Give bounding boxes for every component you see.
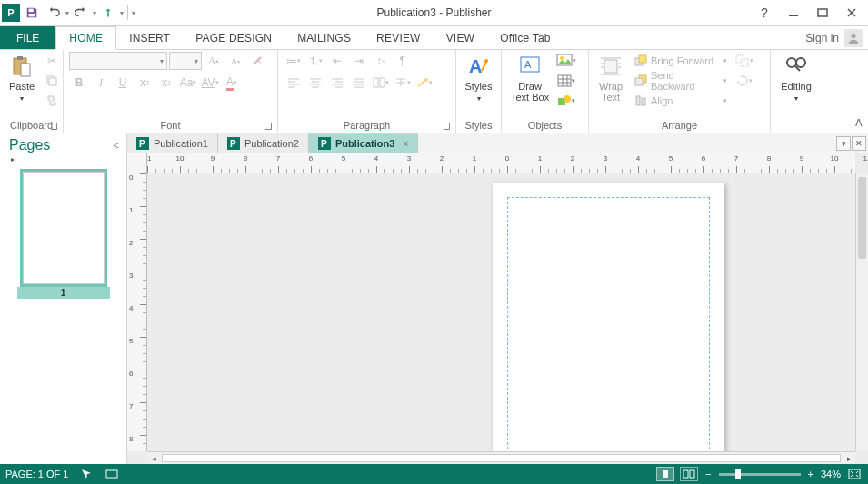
bring-forward-icon xyxy=(634,54,647,67)
svg-rect-43 xyxy=(683,470,688,478)
ruler-tick: 11 xyxy=(863,154,868,163)
maximize-icon[interactable] xyxy=(812,3,833,23)
undo-dropdown-icon[interactable]: ▾ xyxy=(65,9,69,17)
sign-in-button[interactable]: Sign in xyxy=(805,26,868,49)
qat-customize-icon[interactable]: ▾ xyxy=(132,9,135,17)
svg-text:A: A xyxy=(255,56,261,65)
ruler-tick: 1 xyxy=(473,154,476,163)
send-backward-button: Send Backward▾ xyxy=(631,72,731,90)
doc-tab-2[interactable]: P Publication2 xyxy=(218,133,309,153)
ruler-tick: 9 xyxy=(211,154,215,163)
publisher-app-icon: P xyxy=(2,4,20,22)
editing-button[interactable]: Editing▾ xyxy=(777,52,815,105)
status-page[interactable]: PAGE: 1 OF 1 xyxy=(5,469,69,479)
svg-rect-8 xyxy=(21,64,30,76)
hscroll-right-icon[interactable]: ▸ xyxy=(843,452,855,464)
pages-caret-icon[interactable]: ▸ xyxy=(0,155,126,163)
char-spacing-icon: AV▾ xyxy=(200,74,220,92)
canvas[interactable]: 111098765432101234567891011 012345678 ◂ … xyxy=(127,153,868,464)
redo-dropdown-icon[interactable]: ▾ xyxy=(93,9,96,17)
ruler-tick: 2 xyxy=(129,239,133,247)
columns-icon: ▾ xyxy=(371,74,391,92)
document-tabs: P Publication1 P Publication2 P Publicat… xyxy=(127,133,868,153)
canvas-viewport[interactable] xyxy=(147,173,855,451)
draw-text-box-button[interactable]: A Draw Text Box xyxy=(507,52,553,104)
svg-point-33 xyxy=(787,58,796,67)
ruler-tick: 2 xyxy=(440,154,444,163)
page[interactable] xyxy=(493,183,724,451)
close-tab-icon[interactable]: × xyxy=(403,139,408,149)
ruler-tick: 3 xyxy=(604,154,607,163)
undo-icon[interactable] xyxy=(44,3,64,23)
object-size-icon[interactable] xyxy=(104,466,120,482)
tab-review[interactable]: REVIEW xyxy=(364,26,434,49)
tab-home[interactable]: HOME xyxy=(55,26,116,50)
two-page-view-icon[interactable] xyxy=(680,467,698,481)
page-thumbnail[interactable]: 1 xyxy=(11,169,115,299)
group-styles: A Styles▾ Styles xyxy=(456,50,502,133)
svg-rect-0 xyxy=(29,9,34,13)
change-case-icon: Aa▾ xyxy=(178,74,198,92)
paste-button[interactable]: Paste▾ xyxy=(5,52,38,105)
cursor-position-icon[interactable] xyxy=(78,466,95,482)
svg-rect-21 xyxy=(558,75,571,86)
horizontal-ruler[interactable]: 111098765432101234567891011 xyxy=(147,153,855,173)
hyphenation-icon: ▾ xyxy=(414,74,434,92)
vertical-ruler[interactable]: 012345678 xyxy=(127,173,147,451)
zoom-in-icon[interactable]: + xyxy=(806,469,815,479)
minimize-icon[interactable] xyxy=(783,3,804,23)
fit-to-window-icon[interactable] xyxy=(846,466,863,482)
font-size-combo[interactable]: ▾ xyxy=(169,52,202,70)
shapes-icon[interactable]: ▾ xyxy=(556,92,576,110)
redo-icon[interactable] xyxy=(71,3,91,23)
touch-dropdown-icon[interactable]: ▾ xyxy=(120,9,124,17)
page-margins-guide xyxy=(507,197,710,451)
clipboard-launcher-icon[interactable] xyxy=(48,121,59,132)
svg-rect-26 xyxy=(639,55,646,63)
zoom-slider[interactable] xyxy=(719,473,801,476)
hscroll-track[interactable] xyxy=(162,454,841,462)
increase-indent-icon: ⇥ xyxy=(349,52,369,70)
doc-tab-3[interactable]: P Publication3 × xyxy=(309,133,418,153)
status-bar: PAGE: 1 OF 1 − + 34% xyxy=(0,464,868,484)
collapse-ribbon-icon[interactable]: ᐱ xyxy=(855,117,863,129)
doc-tab-1[interactable]: P Publication1 xyxy=(127,133,218,153)
vertical-scrollbar[interactable] xyxy=(855,173,868,451)
tab-list-dropdown-icon[interactable]: ▾ xyxy=(836,136,851,151)
vscroll-thumb[interactable] xyxy=(858,177,866,259)
align-button: Align▾ xyxy=(631,92,731,110)
text-direction-icon: ▾ xyxy=(393,74,413,92)
tab-mailings[interactable]: MAILINGS xyxy=(284,26,364,49)
numbering-icon: ⒈▾ xyxy=(305,52,325,70)
zoom-out-icon[interactable]: − xyxy=(703,469,713,479)
tab-view[interactable]: VIEW xyxy=(434,26,487,49)
pictures-icon[interactable]: ▾ xyxy=(556,52,576,70)
ruler-tick: 3 xyxy=(407,154,411,163)
svg-rect-29 xyxy=(636,96,640,105)
close-all-tabs-icon[interactable]: ✕ xyxy=(852,136,866,151)
close-icon[interactable] xyxy=(841,3,863,23)
single-page-view-icon[interactable] xyxy=(656,467,674,481)
file-tab[interactable]: FILE xyxy=(0,26,55,49)
hscroll-left-icon[interactable]: ◂ xyxy=(147,452,160,464)
save-icon[interactable] xyxy=(22,3,42,23)
svg-rect-7 xyxy=(17,56,23,60)
ruler-tick: 6 xyxy=(702,154,705,163)
styles-button[interactable]: A Styles▾ xyxy=(462,52,496,105)
paragraph-launcher-icon[interactable] xyxy=(441,121,452,132)
ruler-tick: 5 xyxy=(669,154,673,163)
group-label-clipboard: Clipboard xyxy=(5,119,57,133)
table-icon[interactable]: ▾ xyxy=(556,72,576,90)
font-name-combo[interactable]: ▾ xyxy=(69,52,167,70)
font-launcher-icon[interactable] xyxy=(263,121,274,132)
touch-mode-icon[interactable] xyxy=(98,3,118,23)
tab-page-design[interactable]: PAGE DESIGN xyxy=(183,26,284,49)
zoom-slider-knob[interactable] xyxy=(735,469,741,479)
horizontal-scrollbar[interactable]: ◂ ▸ xyxy=(147,451,855,464)
tab-insert[interactable]: INSERT xyxy=(116,26,183,49)
help-icon[interactable]: ? xyxy=(753,3,775,23)
pages-collapse-icon[interactable]: < xyxy=(114,140,119,151)
group-clipboard: Paste▾ ✂ Clipboard xyxy=(0,50,64,133)
tab-office-tab[interactable]: Office Tab xyxy=(487,26,564,49)
zoom-level[interactable]: 34% xyxy=(821,469,841,479)
